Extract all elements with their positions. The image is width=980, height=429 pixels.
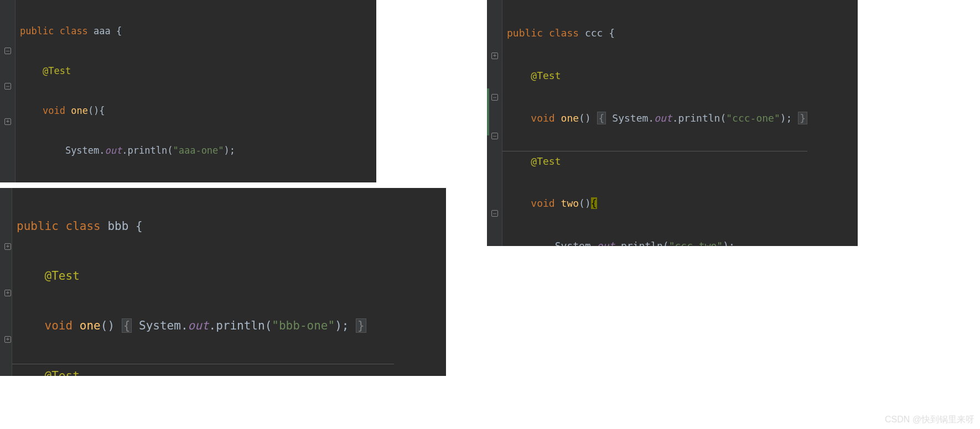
code-line[interactable]: void one(){ <box>15 102 327 119</box>
fold-toggle-icon[interactable]: + <box>491 53 498 59</box>
fold-toggle-icon[interactable]: + <box>4 243 11 250</box>
fold-toggle-icon[interactable]: + <box>4 118 11 125</box>
code-line[interactable]: System.out.println("ccc-two"); <box>502 236 807 246</box>
fold-toggle-icon[interactable]: + <box>4 336 11 343</box>
watermark-text: CSDN @快到锅里来呀 <box>885 414 974 426</box>
code-area[interactable]: public class ccc { @Test void one() { Sy… <box>502 0 807 246</box>
gutter: – – + <box>0 0 15 182</box>
code-line[interactable]: @Test <box>15 62 327 80</box>
editor-panel-bbb: + + + public class bbb { @Test void one(… <box>0 188 446 376</box>
code-line[interactable]: System.out.println("aaa-one"); <box>15 142 327 159</box>
code-line[interactable]: } <box>15 181 327 182</box>
fold-toggle-icon[interactable]: + <box>4 290 11 296</box>
fold-toggle-icon[interactable]: – <box>491 210 498 217</box>
editor-panel-aaa: – – + public class aaa { @Test void one(… <box>0 0 376 182</box>
code-area[interactable]: public class bbb { @Test void one() { Sy… <box>12 188 394 376</box>
gutter: + + + <box>0 188 12 376</box>
fold-toggle-icon[interactable]: – <box>491 94 498 101</box>
code-line[interactable]: public class aaa { <box>15 22 327 40</box>
code-line[interactable]: @Test <box>12 264 394 287</box>
code-line[interactable]: public class ccc { <box>502 23 807 43</box>
fold-toggle-icon[interactable]: – <box>4 83 11 90</box>
fold-toggle-icon[interactable]: – <box>491 133 498 139</box>
vcs-change-marker <box>487 88 489 135</box>
code-line[interactable]: @Test <box>502 151 807 170</box>
editor-panel-ccc: + – – – public class ccc { @Test void on… <box>487 0 858 246</box>
code-area[interactable]: public class aaa { @Test void one(){ Sys… <box>15 0 327 182</box>
code-line[interactable]: public class bbb { <box>12 214 394 238</box>
code-line[interactable]: void one() { System.out.println("bbb-one… <box>12 314 394 337</box>
code-line[interactable]: void one() { System.out.println("ccc-one… <box>502 108 807 128</box>
gutter: + – – – <box>487 0 502 246</box>
code-line[interactable]: @Test <box>12 364 394 376</box>
code-line[interactable]: @Test <box>502 66 807 85</box>
code-line[interactable]: void two(){ <box>502 193 807 213</box>
fold-toggle-icon[interactable]: – <box>4 48 11 54</box>
